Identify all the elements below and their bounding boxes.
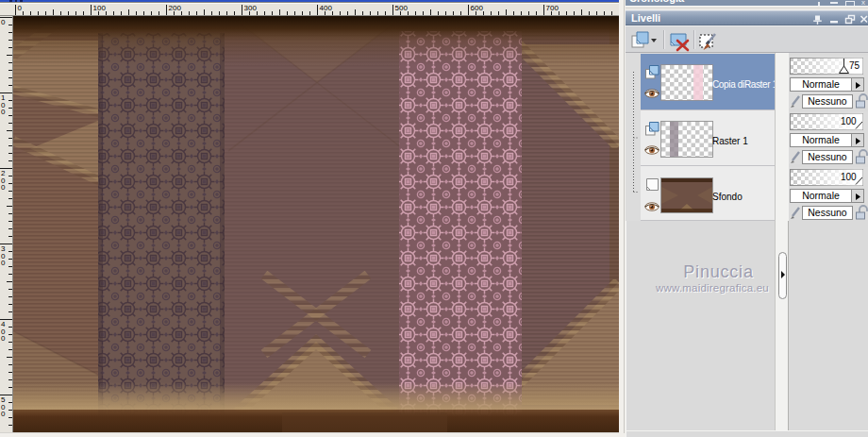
svg-text:600: 600: [471, 4, 484, 12]
svg-text:100: 100: [841, 116, 857, 126]
svg-text:200: 200: [169, 4, 182, 12]
svg-text:500: 500: [395, 4, 409, 12]
svg-text:75: 75: [849, 60, 860, 71]
svg-text:100: 100: [841, 172, 857, 182]
svg-text:0: 0: [1, 259, 6, 267]
svg-text:100: 100: [93, 4, 107, 12]
svg-text:0: 0: [1, 18, 6, 26]
svg-text:700: 700: [546, 4, 559, 12]
svg-text:300: 300: [244, 4, 258, 12]
svg-text:0: 0: [1, 183, 6, 192]
svg-text:0: 0: [1, 108, 6, 116]
svg-text:400: 400: [320, 4, 333, 12]
svg-text:0: 0: [1, 410, 6, 418]
svg-text:0: 0: [1, 334, 6, 343]
svg-text:0: 0: [18, 4, 23, 12]
